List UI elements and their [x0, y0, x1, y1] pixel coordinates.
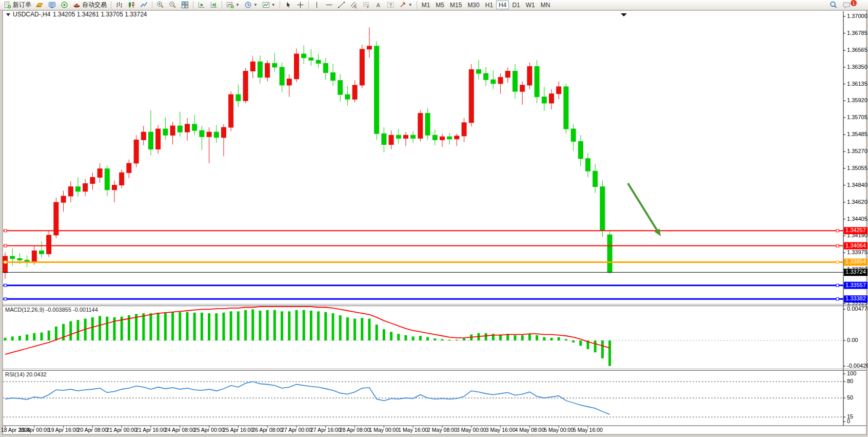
time-tick-label: 3 May 16:00	[486, 427, 516, 433]
horizontal-line-tool-button[interactable]	[323, 1, 335, 9]
candle	[564, 87, 568, 129]
periods-button[interactable]: ▼	[242, 1, 260, 9]
candle	[432, 135, 437, 140]
candlestick-mode-button[interactable]	[126, 1, 137, 9]
zoom-out-button[interactable]	[167, 1, 179, 9]
price-tick-label: 1.36350	[847, 64, 867, 70]
fibonacci-tool-button[interactable]: F	[360, 1, 372, 9]
chart-shift-button[interactable]	[208, 1, 220, 9]
timeframe-button-w1[interactable]: W1	[523, 1, 538, 9]
timeframe-button-mn[interactable]: MN	[538, 1, 553, 9]
line-chart-mode-button[interactable]	[138, 1, 150, 9]
candle	[185, 124, 190, 132]
timeframe-button-m30[interactable]: M30	[465, 1, 482, 9]
line-anchor[interactable]	[4, 244, 7, 247]
toolbar-separator	[222, 1, 222, 9]
timeframe-button-m5[interactable]: M5	[433, 1, 447, 9]
tile-windows-button[interactable]	[179, 1, 191, 9]
line-anchor[interactable]	[836, 284, 839, 287]
candle	[607, 235, 612, 272]
line-anchor[interactable]	[4, 298, 7, 300]
cursor-tool-button[interactable]	[282, 1, 294, 9]
toolbar-separator	[111, 1, 111, 9]
candle	[40, 251, 44, 254]
line-anchor[interactable]	[836, 298, 839, 300]
candle	[557, 87, 561, 94]
crosshair-tool-button[interactable]	[294, 1, 306, 9]
terminal-button[interactable]	[46, 1, 58, 9]
candle	[222, 127, 226, 138]
toolbar-separator	[152, 1, 152, 9]
indicators-button[interactable]: ▼	[260, 1, 278, 9]
search-button[interactable]	[827, 1, 840, 9]
candle	[418, 113, 423, 139]
candle	[134, 140, 139, 163]
zoom-in-button[interactable]	[154, 1, 166, 9]
candle	[440, 137, 445, 140]
zoom-out-icon	[169, 1, 176, 9]
time-tick-label: 27 Apr 16:00	[310, 427, 341, 433]
new-chart-button[interactable]: ▼	[224, 1, 242, 9]
toolbar-separator	[193, 1, 193, 9]
candle	[3, 256, 8, 273]
candle	[600, 187, 605, 231]
candle	[549, 94, 554, 103]
new-order-button[interactable]: 新订单	[2, 1, 33, 9]
arrows-tool-button[interactable]: ▼	[397, 1, 415, 9]
price-label: 1.34064	[845, 242, 866, 249]
time-tick-label: 5 May 00:00	[544, 427, 574, 433]
line-anchor[interactable]	[836, 261, 839, 263]
price-tick-label: 1.34840	[847, 182, 867, 188]
line-anchor[interactable]	[4, 284, 7, 287]
signals-button[interactable]	[58, 1, 70, 9]
text-tool-button[interactable]: A	[372, 1, 384, 9]
trendline-icon	[338, 1, 345, 9]
line-anchor[interactable]	[4, 261, 7, 263]
chat-button[interactable]: 1	[840, 1, 853, 9]
candle	[462, 123, 466, 136]
search-icon	[830, 1, 838, 9]
toolbar-separator	[417, 1, 417, 9]
timeframe-button-d1[interactable]: D1	[509, 1, 522, 9]
market-watch-button[interactable]	[34, 1, 46, 9]
equidistant-channel-tool-button[interactable]: E	[348, 1, 360, 9]
candle	[447, 137, 452, 139]
toolbar-separator	[280, 1, 280, 9]
price-tick-label: 1.35055	[847, 165, 867, 171]
tile-windows-icon	[181, 1, 189, 9]
time-tick-label: 27 Apr 00:00	[281, 427, 312, 433]
bar-chart-mode-button[interactable]	[113, 1, 125, 9]
autotrading-button[interactable]: 自动交易	[71, 1, 109, 9]
time-tick-label: 19 Apr 16:00	[48, 427, 79, 433]
line-anchor[interactable]	[836, 244, 839, 247]
new-order-label: 新订单	[13, 1, 31, 9]
candle	[61, 196, 66, 202]
time-tick-label: 25 Apr 16:00	[223, 427, 254, 433]
time-tick-label: 24 Apr 08:00	[165, 427, 195, 433]
line-anchor[interactable]	[4, 230, 7, 232]
price-tick-label: 1.35270	[847, 148, 867, 154]
candle	[47, 235, 51, 254]
candle	[127, 163, 131, 173]
trendline-tool-button[interactable]	[336, 1, 347, 9]
candle	[316, 60, 321, 63]
price-tick-label: 1.37000	[847, 13, 867, 19]
timeframe-button-m15[interactable]: M15	[447, 1, 464, 9]
text-label-tool-button[interactable]: T	[385, 1, 397, 9]
price-tick-label: 1.33975	[847, 249, 867, 255]
timeframe-button-m1[interactable]: M1	[419, 1, 433, 9]
price-tick-label: 1.34620	[847, 199, 867, 205]
rsi-tick-label: 50	[847, 394, 853, 401]
candle	[593, 171, 598, 186]
vertical-line-tool-button[interactable]	[311, 1, 323, 9]
auto-scroll-button[interactable]	[195, 1, 207, 9]
candle	[331, 73, 336, 81]
candle	[83, 184, 88, 192]
line-anchor[interactable]	[836, 230, 839, 232]
timeframe-button-h4[interactable]: H4	[496, 1, 509, 9]
price-label: 1.34257	[845, 227, 866, 233]
candle	[382, 134, 386, 144]
candle	[578, 141, 583, 159]
timeframe-button-h1[interactable]: H1	[483, 1, 496, 9]
chart-canvas[interactable]: 1.370001.367851.365651.363501.361351.359…	[0, 0, 868, 437]
